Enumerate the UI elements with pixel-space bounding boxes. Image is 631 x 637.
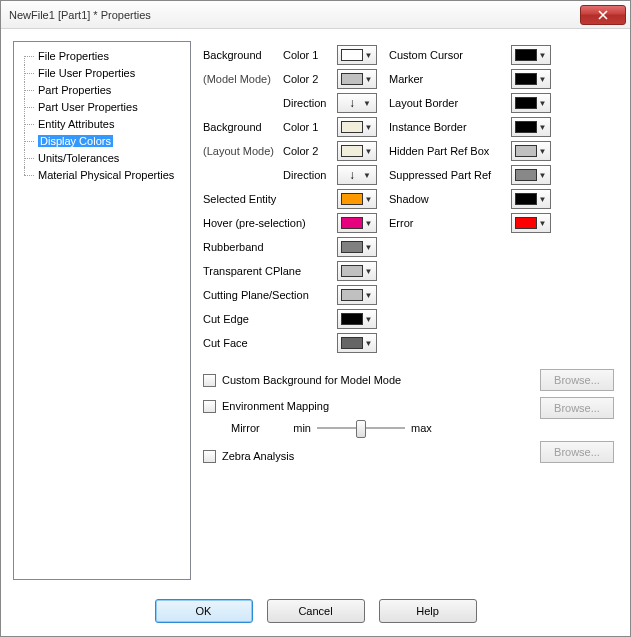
color-shadow[interactable]: ▼	[511, 189, 551, 209]
close-icon	[598, 10, 608, 20]
color-bg-model-2[interactable]: ▼	[337, 69, 377, 89]
label-color1: Color 1	[283, 49, 337, 61]
label-bg-model: Background	[201, 49, 283, 61]
color-cut-edge[interactable]: ▼	[337, 309, 377, 329]
swatch	[341, 217, 363, 229]
swatch	[341, 145, 363, 157]
color-bg-model-1[interactable]: ▼	[337, 45, 377, 65]
arrow-down-icon: ↓	[344, 97, 360, 109]
label-error: Error	[381, 217, 511, 229]
label-cut-edge: Cut Edge	[201, 313, 337, 325]
swatch	[515, 217, 537, 229]
dialog-footer: OK Cancel Help	[1, 586, 630, 636]
tree-item-part-user-properties[interactable]: Part User Properties	[18, 99, 186, 116]
color-bg-layout-2[interactable]: ▼	[337, 141, 377, 161]
label-transparent-cplane: Transparent CPlane	[201, 265, 337, 277]
browse-custom-background-button[interactable]: Browse...	[540, 369, 614, 391]
color-transparent-cplane[interactable]: ▼	[337, 261, 377, 281]
label-environment-mapping: Environment Mapping	[222, 400, 329, 412]
label-color2: Color 2	[283, 73, 337, 85]
chevron-down-icon: ▼	[360, 171, 374, 180]
chevron-down-icon: ▼	[537, 51, 548, 60]
color-instance-border[interactable]: ▼	[511, 117, 551, 137]
chevron-down-icon: ▼	[363, 339, 374, 348]
tree-item-file-user-properties[interactable]: File User Properties	[18, 65, 186, 82]
swatch	[341, 265, 363, 277]
label-selected-entity: Selected Entity	[201, 193, 337, 205]
chevron-down-icon: ▼	[363, 243, 374, 252]
color-hover[interactable]: ▼	[337, 213, 377, 233]
ok-button[interactable]: OK	[155, 599, 253, 623]
color-error[interactable]: ▼	[511, 213, 551, 233]
label-bg-model-sub: (Model Mode)	[201, 73, 283, 85]
label-rubberband: Rubberband	[201, 241, 337, 253]
checkbox-environment-mapping[interactable]	[203, 400, 216, 413]
category-tree[interactable]: File Properties File User Properties Par…	[13, 41, 191, 580]
label-layout-border: Layout Border	[381, 97, 511, 109]
direction-bg-model[interactable]: ↓▼	[337, 93, 377, 113]
tree-item-units-tolerances[interactable]: Units/Tolerances	[18, 150, 186, 167]
swatch	[515, 97, 537, 109]
content-area: File Properties File User Properties Par…	[1, 29, 630, 586]
label-custom-cursor: Custom Cursor	[381, 49, 511, 61]
color-cutting-plane[interactable]: ▼	[337, 285, 377, 305]
swatch	[515, 49, 537, 61]
checkbox-custom-background[interactable]	[203, 374, 216, 387]
color-bg-layout-1[interactable]: ▼	[337, 117, 377, 137]
label-direction-b: Direction	[283, 169, 337, 181]
label-hidden-part-ref: Hidden Part Ref Box	[381, 145, 511, 157]
help-button[interactable]: Help	[379, 599, 477, 623]
tree-item-material-physical-properties[interactable]: Material Physical Properties	[18, 167, 186, 184]
color-suppressed-part-ref[interactable]: ▼	[511, 165, 551, 185]
color-cut-face[interactable]: ▼	[337, 333, 377, 353]
slider-thumb[interactable]	[356, 420, 366, 438]
swatch	[341, 73, 363, 85]
checkbox-zebra-analysis[interactable]	[203, 450, 216, 463]
swatch	[341, 193, 363, 205]
label-custom-background: Custom Background for Model Mode	[222, 374, 401, 386]
label-color1b: Color 1	[283, 121, 337, 133]
label-marker: Marker	[381, 73, 511, 85]
chevron-down-icon: ▼	[363, 75, 374, 84]
mirror-slider[interactable]	[317, 418, 405, 438]
chevron-down-icon: ▼	[363, 123, 374, 132]
chevron-down-icon: ▼	[537, 219, 548, 228]
direction-bg-layout[interactable]: ↓▼	[337, 165, 377, 185]
label-instance-border: Instance Border	[381, 121, 511, 133]
label-bg-layout: Background	[201, 121, 283, 133]
label-max: max	[411, 422, 441, 434]
label-shadow: Shadow	[381, 193, 511, 205]
label-suppressed-part-ref: Suppressed Part Ref	[381, 169, 511, 181]
tree-item-entity-attributes[interactable]: Entity Attributes	[18, 116, 186, 133]
color-layout-border[interactable]: ▼	[511, 93, 551, 113]
swatch	[515, 73, 537, 85]
swatch	[341, 337, 363, 349]
browse-environment-mapping-button[interactable]: Browse...	[540, 397, 614, 419]
label-color2b: Color 2	[283, 145, 337, 157]
chevron-down-icon: ▼	[363, 51, 374, 60]
label-cut-face: Cut Face	[201, 337, 337, 349]
label-hover: Hover (pre-selection)	[201, 217, 337, 229]
tree-item-display-colors[interactable]: Display Colors	[18, 133, 186, 150]
chevron-down-icon: ▼	[360, 99, 374, 108]
browse-zebra-button[interactable]: Browse...	[540, 441, 614, 463]
swatch	[341, 121, 363, 133]
swatch	[341, 241, 363, 253]
cancel-button[interactable]: Cancel	[267, 599, 365, 623]
swatch	[515, 145, 537, 157]
label-direction: Direction	[283, 97, 337, 109]
color-custom-cursor[interactable]: ▼	[511, 45, 551, 65]
properties-panel: Background Color 1 ▼ Custom Cursor ▼ (Mo…	[201, 41, 618, 580]
tree-item-file-properties[interactable]: File Properties	[18, 48, 186, 65]
color-marker[interactable]: ▼	[511, 69, 551, 89]
label-zebra-analysis: Zebra Analysis	[222, 450, 294, 462]
label-min: min	[287, 422, 311, 434]
color-hidden-part-ref[interactable]: ▼	[511, 141, 551, 161]
close-button[interactable]	[580, 5, 626, 25]
arrow-down-icon: ↓	[344, 169, 360, 181]
tree-item-part-properties[interactable]: Part Properties	[18, 82, 186, 99]
color-selected-entity[interactable]: ▼	[337, 189, 377, 209]
chevron-down-icon: ▼	[537, 123, 548, 132]
titlebar: NewFile1 [Part1] * Properties	[1, 1, 630, 29]
color-rubberband[interactable]: ▼	[337, 237, 377, 257]
